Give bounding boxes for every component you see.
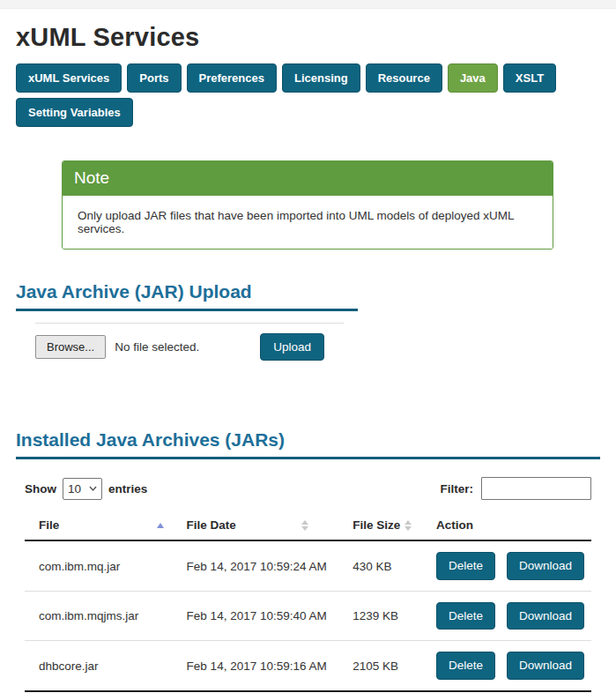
column-header-file-size-label: File Size bbox=[353, 518, 400, 532]
column-header-file-size[interactable]: File Size bbox=[338, 511, 422, 540]
file-size-cell: 430 KB bbox=[338, 540, 422, 591]
column-header-file-date-label: File Date bbox=[187, 518, 236, 532]
tab-ports[interactable]: Ports bbox=[127, 63, 181, 93]
note-body-text: Only upload JAR files that have been imp… bbox=[63, 196, 553, 249]
table-row: com.ibm.mqjms.jar Feb 14, 2017 10:59:40 … bbox=[25, 591, 591, 641]
jar-table: File File Date F bbox=[25, 511, 591, 692]
action-cell: Delete Download bbox=[436, 652, 584, 680]
delete-button[interactable]: Delete bbox=[436, 652, 495, 680]
page-title: xUML Services bbox=[16, 23, 600, 52]
file-size-cell: 1239 KB bbox=[338, 591, 422, 641]
file-status-text: No file selected. bbox=[115, 340, 199, 354]
download-button[interactable]: Download bbox=[507, 552, 584, 580]
delete-button[interactable]: Delete bbox=[436, 552, 495, 580]
sort-both-icon bbox=[301, 520, 308, 531]
upload-button[interactable]: Upload bbox=[260, 333, 324, 361]
action-cell: Delete Download bbox=[436, 602, 584, 630]
table-controls: Show 10 entries Filter: bbox=[25, 477, 591, 500]
file-date-cell: Feb 14, 2017 10:59:40 AM bbox=[173, 591, 339, 641]
table-row: com.ibm.mq.jar Feb 14, 2017 10:59:24 AM … bbox=[25, 540, 591, 591]
file-name-cell: com.ibm.mqjms.jar bbox=[25, 591, 173, 641]
note-box: Note Only upload JAR files that have bee… bbox=[62, 160, 553, 250]
archives-table-wrap: Show 10 entries Filter: File bbox=[16, 477, 600, 693]
upload-row: Browse... No file selected. Upload bbox=[35, 333, 344, 361]
file-name-cell: com.ibm.mq.jar bbox=[25, 540, 173, 591]
download-button[interactable]: Download bbox=[507, 652, 584, 680]
column-header-action: Action bbox=[422, 511, 591, 540]
column-header-file[interactable]: File bbox=[25, 511, 173, 540]
filter-label: Filter: bbox=[440, 482, 473, 496]
tab-preferences[interactable]: Preferences bbox=[187, 63, 277, 93]
page-size-select[interactable]: 10 bbox=[63, 478, 102, 500]
file-name-cell: dhbcore.jar bbox=[25, 641, 173, 691]
browse-button[interactable]: Browse... bbox=[35, 335, 106, 359]
filter-group: Filter: bbox=[440, 477, 591, 500]
tab-xuml-services[interactable]: xUML Services bbox=[16, 63, 122, 93]
table-header-row: File File Date F bbox=[25, 511, 591, 540]
file-date-cell: Feb 14, 2017 10:59:24 AM bbox=[173, 540, 339, 591]
sort-both-icon bbox=[404, 520, 412, 531]
file-size-cell: 2105 KB bbox=[338, 641, 422, 691]
tab-resource[interactable]: Resource bbox=[366, 63, 442, 93]
file-date-cell: Feb 14, 2017 10:59:16 AM bbox=[173, 641, 339, 691]
delete-button[interactable]: Delete bbox=[436, 602, 495, 630]
sort-ascending-icon bbox=[157, 523, 164, 528]
column-header-file-label: File bbox=[39, 518, 59, 532]
upload-area: Browse... No file selected. Upload bbox=[35, 323, 344, 361]
entries-label: entries bbox=[108, 482, 147, 496]
action-cell: Delete Download bbox=[436, 552, 584, 580]
column-header-action-label: Action bbox=[436, 518, 473, 532]
table-row: dhbcore.jar Feb 14, 2017 10:59:16 AM 210… bbox=[25, 641, 591, 691]
archives-section-heading: Installed Java Archives (JARs) bbox=[16, 429, 600, 459]
upload-divider bbox=[35, 323, 344, 324]
chevron-down-icon bbox=[89, 486, 97, 491]
download-button[interactable]: Download bbox=[507, 602, 584, 630]
upload-section-heading: Java Archive (JAR) Upload bbox=[16, 281, 358, 311]
filter-input[interactable] bbox=[481, 477, 591, 500]
top-strip bbox=[0, 0, 616, 9]
page-size-value: 10 bbox=[68, 482, 81, 496]
show-label: Show bbox=[25, 482, 56, 496]
tab-setting-variables[interactable]: Setting Variables bbox=[16, 98, 133, 127]
note-title: Note bbox=[63, 161, 553, 196]
tab-bar: xUML Services Ports Preferences Licensin… bbox=[16, 63, 600, 127]
tab-java[interactable]: Java bbox=[448, 63, 498, 93]
page-container: xUML Services xUML Services Ports Prefer… bbox=[0, 23, 616, 693]
column-header-file-date[interactable]: File Date bbox=[173, 511, 339, 540]
tab-licensing[interactable]: Licensing bbox=[282, 63, 360, 93]
tab-xslt[interactable]: XSLT bbox=[503, 63, 556, 93]
